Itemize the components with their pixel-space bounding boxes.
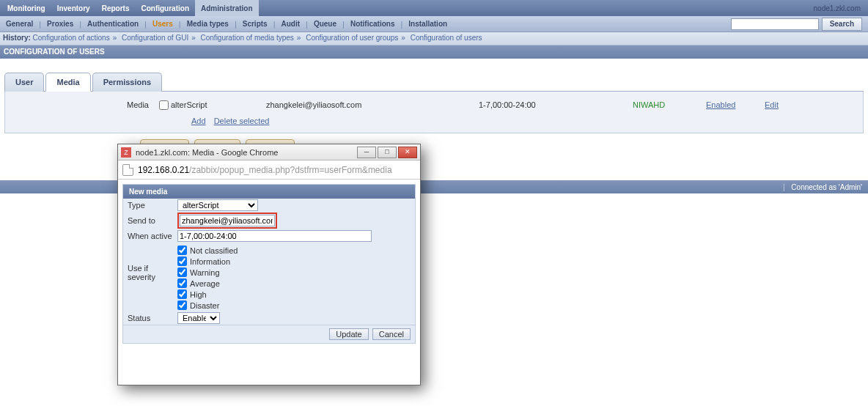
- history-link[interactable]: Configuration of user groups: [306, 34, 398, 42]
- severity-information-checkbox[interactable]: [177, 256, 187, 266]
- severity-notclassified-checkbox[interactable]: [177, 246, 187, 255]
- popup-addressbar[interactable]: 192.168.0.21/zabbix/popup_media.php?dstf…: [118, 160, 420, 180]
- topmenu-administration[interactable]: Administration: [195, 0, 259, 16]
- tabs: User Media Permissions: [4, 72, 864, 92]
- search-button[interactable]: Search: [822, 18, 862, 31]
- sendto-input[interactable]: [180, 215, 275, 226]
- severity-label: Warning: [190, 268, 220, 277]
- status-select[interactable]: Enabled: [177, 312, 220, 324]
- topmenu-inventory[interactable]: Inventory: [51, 0, 96, 16]
- page-title: CONFIGURATION OF USERS: [0, 45, 868, 59]
- media-when: 1-7,00:00-24:00: [479, 100, 633, 109]
- footer-connected: Connected as 'Admin': [791, 183, 862, 191]
- url-path: /zabbix/popup_media.php?dstfrm=userForm&…: [189, 165, 391, 175]
- submenu-users[interactable]: Users: [148, 18, 177, 30]
- history-link[interactable]: Configuration of GUI: [122, 34, 188, 42]
- document-icon: [122, 164, 133, 176]
- label-severity: Use if severity: [128, 243, 177, 281]
- label-whenactive: When active: [128, 232, 177, 240]
- media-block: Media alterScript zhangkelei@yiliaosoft.…: [4, 92, 864, 133]
- submenu-notifications[interactable]: Notifications: [346, 18, 400, 30]
- submenu-scripts[interactable]: Scripts: [238, 18, 272, 30]
- whenactive-input[interactable]: [177, 230, 372, 242]
- history-breadcrumb: History: Configuration of actions» Confi…: [0, 32, 868, 45]
- submenu-authentication[interactable]: Authentication: [83, 18, 143, 30]
- topmenu-monitoring[interactable]: Monitoring: [1, 0, 51, 16]
- favicon-icon: Z: [121, 147, 131, 158]
- submenu-installation[interactable]: Installation: [404, 18, 452, 30]
- severity-label: Not classified: [190, 246, 238, 255]
- media-add-link[interactable]: Add: [191, 117, 206, 125]
- sendto-highlight: [177, 213, 277, 229]
- popup-header: New media: [123, 185, 415, 199]
- media-row: Media alterScript zhangkelei@yiliaosoft.…: [10, 96, 858, 114]
- media-row-checkbox[interactable]: [159, 100, 169, 110]
- history-label: History:: [3, 34, 31, 42]
- severity-average-checkbox[interactable]: [177, 278, 187, 288]
- tab-media[interactable]: Media: [45, 73, 90, 92]
- popup-titlebar[interactable]: Z node1.zkl.com: Media - Google Chrome ─…: [118, 144, 420, 160]
- tab-user[interactable]: User: [4, 73, 44, 92]
- type-select[interactable]: alterScript: [177, 199, 258, 211]
- media-edit-link[interactable]: Edit: [765, 100, 779, 109]
- url-host: 192.168.0.21: [138, 165, 189, 175]
- history-link[interactable]: Configuration of actions: [33, 34, 110, 42]
- tab-permissions[interactable]: Permissions: [92, 73, 162, 92]
- close-button[interactable]: ✕: [398, 147, 417, 158]
- severity-high-checkbox[interactable]: [177, 289, 187, 299]
- severity-disaster-checkbox[interactable]: [177, 300, 187, 310]
- topmenu-reports[interactable]: Reports: [96, 0, 136, 16]
- label-sendto: Send to: [128, 216, 177, 225]
- label-status: Status: [128, 314, 177, 322]
- media-sendto: zhangkelei@yiliaosoft.com: [266, 100, 479, 109]
- popup-update-button[interactable]: Update: [329, 328, 368, 340]
- submenu-audit[interactable]: Audit: [277, 18, 305, 30]
- minimize-button[interactable]: ─: [357, 147, 376, 158]
- submenu-queue[interactable]: Queue: [309, 18, 341, 30]
- submenu-mediatypes[interactable]: Media types: [183, 18, 233, 30]
- media-severity: NIWAHD: [633, 100, 706, 109]
- severity-label: Average: [190, 279, 220, 288]
- popup-cancel-button[interactable]: Cancel: [372, 328, 411, 340]
- maximize-button[interactable]: □: [378, 147, 397, 158]
- hostname: node1.zkl.com: [814, 4, 867, 12]
- history-link[interactable]: Configuration of users: [411, 34, 482, 42]
- media-type: alterScript: [171, 100, 266, 109]
- top-menu: Monitoring Inventory Reports Configurati…: [0, 0, 868, 16]
- severity-label: Disaster: [190, 301, 219, 310]
- sub-menu: General| Proxies| Authentication| Users|…: [0, 16, 868, 32]
- submenu-general[interactable]: General: [1, 18, 37, 30]
- media-status-link[interactable]: Enabled: [706, 100, 735, 109]
- popup-title: node1.zkl.com: Media - Google Chrome: [136, 148, 278, 157]
- history-link[interactable]: Configuration of media types: [201, 34, 294, 42]
- media-deleteselected-link[interactable]: Delete selected: [214, 117, 270, 125]
- severity-label: Information: [190, 257, 230, 266]
- label-type: Type: [128, 201, 177, 210]
- submenu-proxies[interactable]: Proxies: [43, 18, 78, 30]
- severity-warning-checkbox[interactable]: [177, 267, 187, 277]
- popup-window: Z node1.zkl.com: Media - Google Chrome ─…: [117, 144, 421, 385]
- media-label: Media: [10, 100, 156, 109]
- search-input[interactable]: [731, 18, 819, 30]
- severity-label: High: [190, 290, 207, 299]
- topmenu-configuration[interactable]: Configuration: [135, 0, 195, 16]
